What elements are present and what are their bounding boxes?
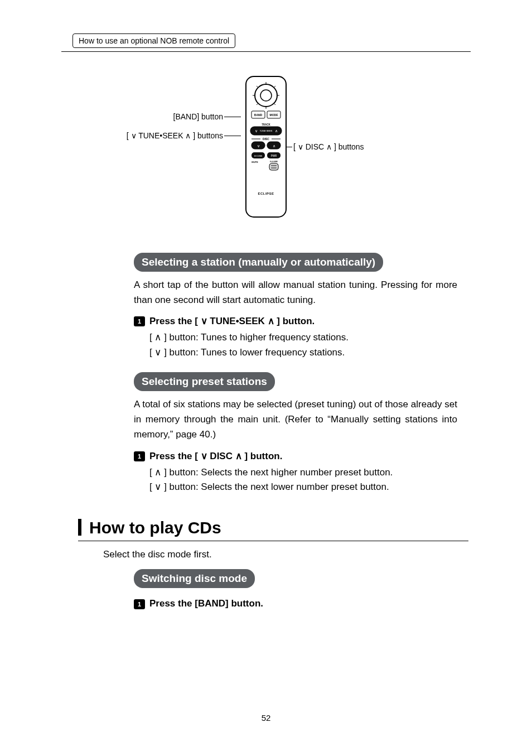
- svg-text:MUTE: MUTE: [252, 161, 258, 163]
- heading-underline: [78, 541, 468, 541]
- step-number-badge: 1: [134, 451, 145, 461]
- svg-text:E·COM: E·COM: [254, 155, 262, 157]
- page-title: How to play CDs: [89, 518, 221, 537]
- svg-rect-33: [269, 163, 278, 170]
- callout-disc-label: [ ∨ DISC ∧ ] buttons: [293, 142, 364, 151]
- svg-text:∨: ∨: [257, 144, 260, 148]
- page: How to use an optional NOB remote contro…: [0, 0, 532, 756]
- content-column: Switching disc mode 1 Press the [BAND] b…: [134, 569, 457, 609]
- page-number: 52: [262, 713, 271, 723]
- step-detail: [ ∧ ] button: Tunes to higher frequency …: [149, 330, 457, 345]
- intro-text: Select the disc mode first.: [103, 549, 471, 560]
- content-column: Selecting a station (manually or automat…: [134, 253, 457, 494]
- step-detail: [ ∨ ] button: Tunes to lower frequency s…: [149, 345, 457, 360]
- section-heading-selecting-station: Selecting a station (manually or automat…: [134, 253, 383, 272]
- top-rule: [61, 51, 471, 52]
- step-instruction: Press the [ ∨ TUNE•SEEK ∧ ] button.: [149, 315, 315, 327]
- callout-tune-seek-label: [ ∨ TUNE•SEEK ∧ ] buttons: [95, 131, 223, 140]
- paragraph: A total of six stations may be selected …: [134, 397, 457, 442]
- section-heading-preset-stations: Selecting preset stations: [134, 372, 275, 391]
- paragraph: A short tap of the button will allow man…: [134, 277, 457, 307]
- svg-text:∧: ∧: [273, 144, 275, 148]
- step-instruction: Press the [BAND] button.: [149, 598, 263, 609]
- step-instruction: Press the [ ∨ DISC ∧ ] button.: [149, 450, 282, 462]
- lead-line: [224, 117, 241, 117]
- svg-text:DISC: DISC: [263, 137, 269, 141]
- heading-accent-bar: [78, 519, 81, 536]
- svg-text:PWR: PWR: [271, 155, 277, 157]
- remote-figure: [BAND] button [ ∨ TUNE•SEEK ∧ ] buttons …: [61, 74, 471, 242]
- svg-text:BAND: BAND: [254, 113, 263, 117]
- step-detail: [ ∧ ] button: Selects the next higher nu…: [149, 465, 457, 480]
- svg-text:∨: ∨: [255, 129, 258, 133]
- remote-icon: BAND MODE TRACK ∨ TUNE·SEEK ∧ DISC ∨ ∧: [244, 74, 288, 219]
- svg-text:ILLUMI: ILLUMI: [270, 160, 277, 163]
- heading-row: How to play CDs: [78, 517, 471, 537]
- svg-text:TRACK: TRACK: [262, 123, 270, 126]
- svg-text:∧: ∧: [275, 129, 278, 133]
- callout-band-label: [BAND] button: [117, 112, 223, 121]
- step-detail: [ ∨ ] button: Selects the next lower num…: [149, 480, 457, 494]
- section-heading-switching-disc-mode: Switching disc mode: [134, 569, 255, 588]
- svg-text:MODE: MODE: [270, 113, 279, 117]
- step-number-badge: 1: [134, 316, 145, 326]
- step-number-badge: 1: [134, 599, 145, 609]
- svg-text:ECLIPSE: ECLIPSE: [258, 192, 274, 195]
- breadcrumb: How to use an optional NOB remote contro…: [72, 33, 235, 48]
- svg-text:TUNE·SEEK: TUNE·SEEK: [260, 129, 273, 132]
- remote-illustration: BAND MODE TRACK ∨ TUNE·SEEK ∧ DISC ∨ ∧: [244, 74, 288, 221]
- lead-line: [224, 136, 241, 136]
